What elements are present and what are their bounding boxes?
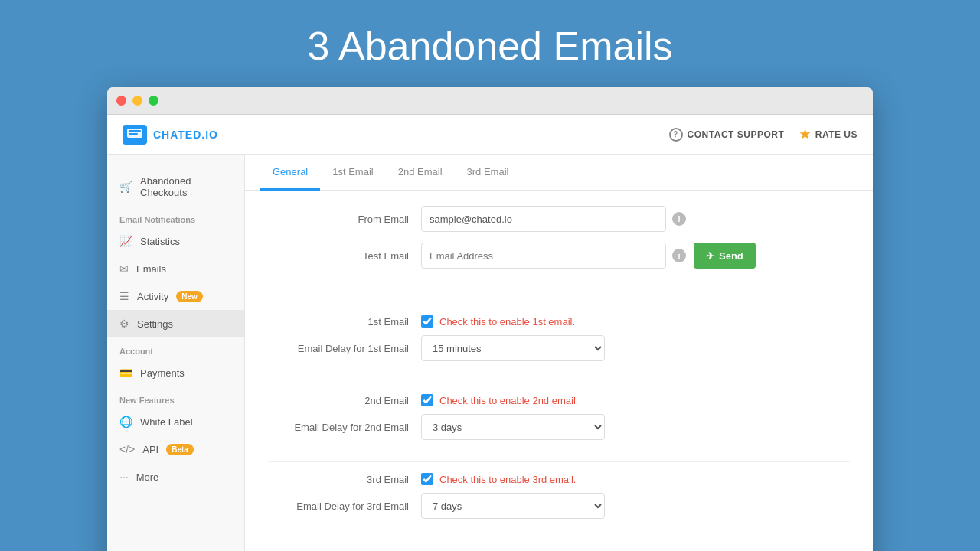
third-email-section: 3rd Email Check this to enable 3rd email… xyxy=(268,462,850,540)
from-email-label: From Email xyxy=(268,214,421,225)
tab-general[interactable]: General xyxy=(260,155,320,191)
sidebar: 🛒 Abandoned Checkouts Email Notification… xyxy=(107,155,245,551)
third-email-checkbox[interactable] xyxy=(421,473,433,485)
first-email-checkbox-text: Check this to enable 1st email. xyxy=(439,316,575,328)
first-email-checkbox-content: Check this to enable 1st email. xyxy=(421,315,575,328)
svg-rect-2 xyxy=(129,133,138,135)
logo-text: CHATED.IO xyxy=(153,129,218,141)
maximize-button[interactable] xyxy=(149,96,158,106)
close-button[interactable] xyxy=(116,96,126,106)
svg-rect-1 xyxy=(129,130,141,132)
rate-us-button[interactable]: ★ RATE US xyxy=(799,127,858,142)
from-email-section: From Email i Test Email i ✈ Send xyxy=(268,206,850,292)
from-email-row: From Email i xyxy=(268,206,850,232)
globe-icon: 🌐 xyxy=(119,416,132,428)
first-email-delay-label: Email Delay for 1st Email xyxy=(268,343,421,354)
form-area: From Email i Test Email i ✈ Send xyxy=(245,191,873,551)
second-email-label: 2nd Email xyxy=(268,395,421,406)
from-email-info-icon[interactable]: i xyxy=(672,212,686,226)
sidebar-item-abandoned-checkouts[interactable]: 🛒 Abandoned Checkouts xyxy=(107,168,244,206)
sidebar-item-more[interactable]: ··· More xyxy=(107,463,244,491)
sidebar-item-emails[interactable]: ✉ Emails xyxy=(107,255,244,282)
third-email-checkbox-content: Check this to enable 3rd email. xyxy=(421,473,576,485)
third-email-label: 3rd Email xyxy=(268,474,421,485)
test-email-input[interactable] xyxy=(421,243,666,269)
settings-icon: ⚙ xyxy=(119,318,129,330)
page-title: 3 Abandoned Emails xyxy=(0,0,980,87)
second-email-delay-row: Email Delay for 2nd Email 1 day 2 days 3… xyxy=(268,414,850,440)
code-icon: </> xyxy=(119,443,135,455)
sidebar-item-white-label[interactable]: 🌐 White Label xyxy=(107,408,244,435)
first-email-checkbox-row: 1st Email Check this to enable 1st email… xyxy=(268,315,850,328)
test-email-info-icon[interactable]: i xyxy=(672,249,686,262)
tab-1st-email[interactable]: 1st Email xyxy=(320,155,385,191)
from-email-input[interactable] xyxy=(421,206,666,232)
first-email-label: 1st Email xyxy=(268,316,421,328)
second-email-delay-select[interactable]: 1 day 2 days 3 days 5 days 7 days xyxy=(421,414,605,440)
test-email-label: Test Email xyxy=(268,250,421,262)
third-email-delay-row: Email Delay for 3rd Email 1 day 3 days 5… xyxy=(268,493,850,519)
sidebar-section-new-features: New Features xyxy=(107,386,244,408)
sidebar-item-settings[interactable]: ⚙ Settings xyxy=(107,310,244,337)
titlebar xyxy=(107,87,873,115)
email-icon: ✉ xyxy=(119,262,129,275)
logo-icon xyxy=(122,125,147,145)
main-content: 🛒 Abandoned Checkouts Email Notification… xyxy=(107,155,873,551)
sidebar-item-payments[interactable]: 💳 Payments xyxy=(107,359,244,386)
content-area: General 1st Email 2nd Email 3rd Email Fr… xyxy=(245,155,873,551)
star-icon: ★ xyxy=(799,127,811,142)
activity-icon: ☰ xyxy=(119,290,129,302)
cart-icon: 🛒 xyxy=(119,181,132,193)
tab-3rd-email[interactable]: 3rd Email xyxy=(455,155,521,191)
second-email-checkbox[interactable] xyxy=(421,394,433,406)
send-icon: ✈ xyxy=(706,250,714,262)
chart-icon: 📈 xyxy=(119,235,132,247)
second-email-section: 2nd Email Check this to enable 2nd email… xyxy=(268,383,850,462)
contact-support-button[interactable]: ? CONTACT SUPPORT xyxy=(669,128,785,142)
header-actions: ? CONTACT SUPPORT ★ RATE US xyxy=(669,127,858,142)
sidebar-item-api[interactable]: </> API Beta xyxy=(107,435,244,463)
test-email-row: Test Email i ✈ Send xyxy=(268,243,850,269)
third-email-checkbox-text: Check this to enable 3rd email. xyxy=(439,474,576,485)
first-email-section: 1st Email Check this to enable 1st email… xyxy=(268,305,850,383)
more-icon: ··· xyxy=(119,471,129,483)
tabs: General 1st Email 2nd Email 3rd Email xyxy=(245,155,873,191)
app-header: CHATED.IO ? CONTACT SUPPORT ★ RATE US xyxy=(107,115,873,155)
third-email-checkbox-row: 3rd Email Check this to enable 3rd email… xyxy=(268,473,850,485)
sidebar-item-statistics[interactable]: 📈 Statistics xyxy=(107,227,244,255)
minimize-button[interactable] xyxy=(132,96,142,106)
sidebar-section-email-notifications: Email Notifications xyxy=(107,206,244,227)
logo: CHATED.IO xyxy=(122,125,218,145)
sidebar-section-account: Account xyxy=(107,337,244,359)
second-email-checkbox-text: Check this to enable 2nd email. xyxy=(439,395,578,406)
third-email-delay-label: Email Delay for 3rd Email xyxy=(268,500,421,512)
third-email-delay-select[interactable]: 1 day 3 days 5 days 7 days 14 days xyxy=(421,493,605,519)
second-email-checkbox-row: 2nd Email Check this to enable 2nd email… xyxy=(268,394,850,406)
send-button[interactable]: ✈ Send xyxy=(694,243,756,269)
help-icon: ? xyxy=(669,128,683,142)
first-email-checkbox[interactable] xyxy=(421,315,433,328)
app-window: CHATED.IO ? CONTACT SUPPORT ★ RATE US 🛒 … xyxy=(107,87,873,551)
new-badge: New xyxy=(176,291,203,302)
first-email-delay-select[interactable]: 15 minutes 30 minutes 1 hour 2 hours xyxy=(421,335,605,361)
beta-badge: Beta xyxy=(166,444,194,455)
second-email-checkbox-content: Check this to enable 2nd email. xyxy=(421,394,578,406)
second-email-delay-label: Email Delay for 2nd Email xyxy=(268,422,421,433)
first-email-delay-row: Email Delay for 1st Email 15 minutes 30 … xyxy=(268,335,850,361)
sidebar-item-activity[interactable]: ☰ Activity New xyxy=(107,282,244,310)
tab-2nd-email[interactable]: 2nd Email xyxy=(386,155,455,191)
payments-icon: 💳 xyxy=(119,367,132,379)
